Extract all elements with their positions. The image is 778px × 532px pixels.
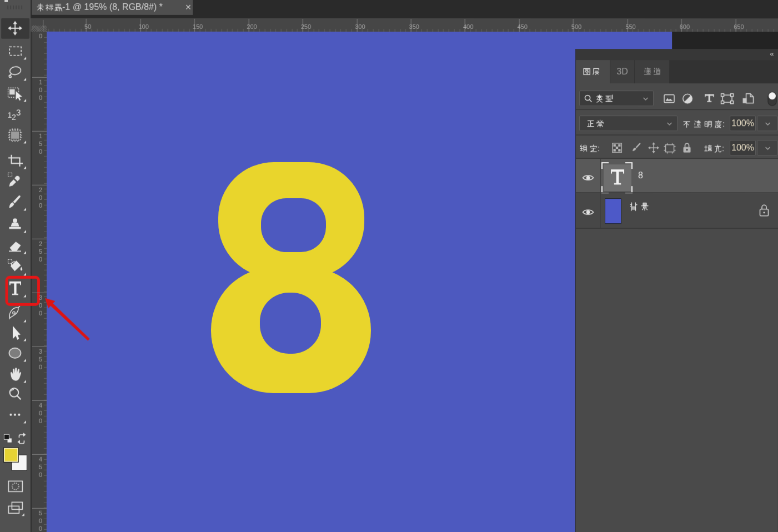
svg-text:2: 2 — [12, 113, 16, 122]
svg-text:3: 3 — [16, 108, 21, 118]
